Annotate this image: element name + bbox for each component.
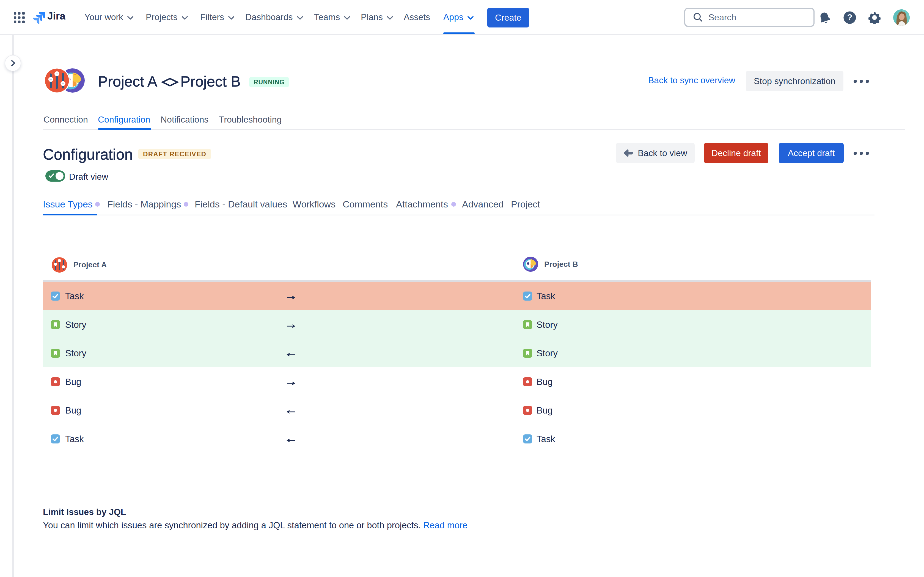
svg-text:?: ? [847,13,853,22]
